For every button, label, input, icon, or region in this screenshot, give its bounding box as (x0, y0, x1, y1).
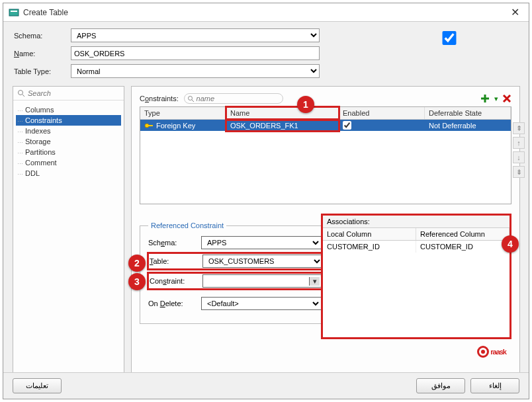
tree-item-partitions[interactable]: Partitions (16, 147, 121, 157)
ok-button[interactable]: موافق (416, 378, 465, 393)
left-panel: Columns Constraints Indexes Storage Part… (13, 86, 124, 387)
tabletype-label: Table Type: (14, 67, 66, 75)
col-enabled: Enabled (339, 107, 425, 119)
move-down-button[interactable]: ↓ (513, 151, 525, 163)
delete-icon[interactable] (502, 94, 511, 103)
top-form: Schema: APPS AAdvanceddvanced Name: Name… (3, 22, 529, 82)
tree-item-constraints[interactable]: Constraints (16, 115, 121, 126)
col-type: Type (140, 107, 226, 119)
constraints-label: Constraints: (140, 95, 179, 102)
referenced-constraint-group: Referenced Constraint Schema: Schema: AP… (140, 221, 333, 324)
right-panel: Constraints: Constraints: ▾ 1 Type (131, 86, 520, 387)
button-bar: تعليمات موافق إلغاء (3, 372, 529, 399)
associations-header: Associations: (323, 216, 510, 228)
tree-item-indexes[interactable]: Indexes (16, 126, 121, 136)
ref-ondelete-select[interactable]: <Default> (201, 297, 322, 310)
move-bottom-button[interactable]: ⇟ (513, 166, 525, 178)
advanced-wrap: AAdvanceddvanced (325, 28, 532, 47)
titlebar: Create Table ✕ (3, 3, 529, 22)
svg-rect-0 (9, 9, 19, 16)
assoc-ref-cell: CUSTOMER_ID (416, 241, 510, 253)
constraints-grid[interactable]: Type Name Enabled Deferrable State Forei… (140, 106, 511, 204)
search-icon (187, 95, 194, 102)
ref-constraint-select[interactable]: OSK_CUSTOMERS_PK▾ (202, 274, 323, 288)
annotation-badge-2: 2 (128, 255, 146, 272)
left-search-input[interactable] (28, 89, 120, 97)
help-button[interactable]: تعليمات (13, 378, 62, 393)
nav-tree: Columns Constraints Indexes Storage Part… (13, 100, 124, 182)
associations-panel: Associations: Local Column Referenced Co… (322, 215, 510, 338)
svg-rect-1 (11, 11, 17, 12)
annotation-badge-1: 1 (297, 96, 314, 113)
name-input[interactable] (71, 46, 320, 60)
close-icon[interactable]: ✕ (507, 6, 523, 19)
assoc-col-local: Local Column (323, 228, 416, 240)
svg-point-4 (19, 91, 23, 95)
assoc-row[interactable]: CUSTOMER_ID CUSTOMER_ID (323, 241, 510, 253)
svg-rect-9 (148, 125, 153, 126)
referenced-legend: Referenced Constraint (148, 221, 226, 229)
search-icon (17, 89, 25, 97)
move-up-button[interactable]: ↑ (513, 137, 525, 149)
watermark-logo-icon (477, 346, 489, 358)
constraints-header: Constraints: Constraints: ▾ (140, 93, 511, 104)
cancel-button[interactable]: إلغاء (470, 378, 519, 393)
advanced-checkbox[interactable] (325, 31, 532, 45)
ref-table-label: Table: (150, 257, 199, 265)
name-label: Name: (14, 50, 66, 58)
schema-select[interactable]: APPS (71, 28, 320, 42)
tree-item-columns[interactable]: Columns (16, 104, 121, 115)
key-icon (144, 122, 154, 130)
grid-row[interactable]: Foreign Key OSK_ORDERS_FK1 Not Deferrabl… (140, 120, 511, 131)
tree-item-comment[interactable]: Comment (16, 157, 121, 168)
cell-type: Foreign Key (140, 120, 226, 131)
annotation-badge-3: 3 (128, 273, 146, 290)
ref-table-select[interactable]: OSK_CUSTOMERS (202, 255, 323, 268)
constraints-search[interactable] (184, 93, 283, 104)
svg-point-6 (188, 96, 192, 100)
constraints-search-input[interactable] (197, 95, 277, 102)
ref-schema-label: Schema: (148, 239, 197, 247)
watermark: raask (477, 346, 506, 358)
tree-item-storage[interactable]: Storage (16, 136, 121, 147)
move-top-button[interactable]: ⇞ (513, 122, 525, 134)
tabletype-select[interactable]: Normal (71, 64, 320, 78)
ref-constraint-label: Constraint: (150, 277, 199, 285)
annotation-badge-4: 4 (502, 235, 519, 253)
svg-line-5 (22, 95, 24, 97)
cell-enabled[interactable] (339, 120, 425, 131)
app-icon (9, 7, 19, 18)
dropdown-icon[interactable]: ▾ (494, 95, 498, 103)
assoc-col-ref: Referenced Column (416, 228, 510, 240)
cell-deferrable: Not Deferrable (425, 120, 511, 131)
cell-name: OSK_ORDERS_FK1 (226, 120, 339, 131)
ref-schema-select[interactable]: APPS (201, 236, 322, 249)
left-search[interactable] (13, 87, 124, 100)
window-title: Create Table (23, 8, 507, 17)
col-deferrable: Deferrable State (425, 107, 511, 119)
col-name: Name (226, 107, 339, 119)
assoc-local-cell: CUSTOMER_ID (323, 241, 416, 253)
reorder-arrows: ⇞ ↑ ↓ ⇟ (513, 122, 525, 178)
ref-ondelete-label: On Delete: (148, 300, 197, 307)
add-icon[interactable] (480, 93, 490, 104)
svg-line-7 (192, 100, 194, 102)
grid-header: Type Name Enabled Deferrable State (140, 107, 511, 120)
dialog-window: Create Table ✕ Schema: APPS AAdvanceddva… (3, 3, 529, 399)
tree-item-ddl[interactable]: DDL (16, 168, 121, 179)
schema-label: Schema: (14, 32, 66, 40)
